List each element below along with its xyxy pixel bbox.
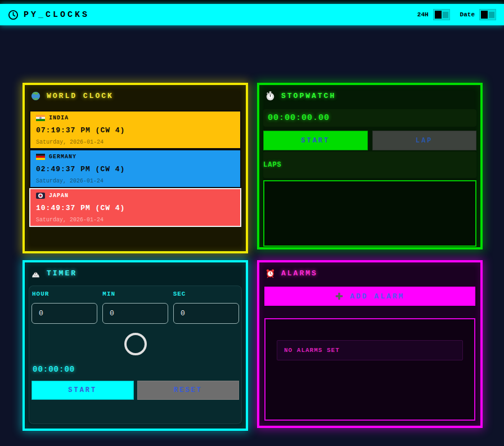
timer-progress-ring <box>124 333 147 355</box>
alarm-clock-icon <box>266 269 275 278</box>
world-clock-header: WORLD CLOCK <box>25 85 246 101</box>
timer-panel: TIMER HOUR MIN SEC 00:00:00 START RESET <box>22 260 248 431</box>
card-top: JAPAN <box>36 193 235 199</box>
timer-inputs <box>32 303 239 324</box>
alarms-header: ALARMS <box>259 262 480 278</box>
stopwatch-buttons: START LAP <box>263 131 476 150</box>
24h-toggle-label: 24H <box>417 11 429 18</box>
min-input[interactable] <box>102 303 168 324</box>
alarm-list: NO ALARMS SET <box>264 318 475 421</box>
card-top: GERMANY <box>36 154 235 160</box>
timer-labels: HOUR MIN SEC <box>32 291 239 297</box>
card-date: Saturday, 2026-01-24 <box>36 139 235 145</box>
min-label: MIN <box>102 291 168 297</box>
add-alarm-button[interactable]: ADD ALARM <box>264 287 475 306</box>
timer-icon <box>31 269 40 278</box>
plus-icon <box>335 292 343 300</box>
stopwatch-header: STOPWATCH <box>259 85 480 101</box>
add-alarm-label: ADD ALARM <box>350 292 404 301</box>
24h-toggle-group: 24H <box>417 9 450 20</box>
card-time: 10:49:37 PM (CW 4) <box>36 204 235 212</box>
card-country: GERMANY <box>49 154 76 160</box>
laps-label: LAPS <box>263 151 476 178</box>
timer-ring-row <box>32 333 239 355</box>
globe-icon <box>31 91 40 101</box>
hour-label: HOUR <box>32 291 97 297</box>
world-clock-title: WORLD CLOCK <box>47 92 114 100</box>
card-top: INDIA <box>36 115 235 121</box>
germany-flag-icon <box>36 154 45 160</box>
date-toggle-label: Date <box>460 11 475 18</box>
stopwatch-display: 00:00:00.00 <box>263 109 476 127</box>
date-toggle-group: Date <box>460 9 496 20</box>
timer-buttons: START RESET <box>32 381 239 400</box>
india-flag-icon <box>36 115 45 121</box>
24h-toggle[interactable] <box>433 9 450 20</box>
world-clock-panel: WORLD CLOCK INDIA 07:19:37 PM (CW 4) Sat… <box>22 83 248 253</box>
stopwatch-start-button[interactable]: START <box>263 131 368 150</box>
top-strip <box>0 0 504 4</box>
stopwatch-title: STOPWATCH <box>281 92 336 100</box>
hour-input[interactable] <box>32 303 97 324</box>
timer-body: HOUR MIN SEC 00:00:00 START RESET <box>29 286 242 424</box>
world-clock-cards: INDIA 07:19:37 PM (CW 4) Saturday, 2026-… <box>29 110 241 227</box>
timer-display: 00:00:00 <box>32 365 239 374</box>
app-title: PY_CLOCKS <box>24 10 89 20</box>
stopwatch-icon <box>266 91 275 101</box>
sec-input[interactable] <box>173 303 239 324</box>
clock-card-india: INDIA 07:19:37 PM (CW 4) Saturday, 2026-… <box>29 110 241 149</box>
card-country: JAPAN <box>49 193 69 199</box>
24h-toggle-dot <box>443 12 448 18</box>
clock-card-germany: GERMANY 02:49:37 PM (CW 4) Saturday, 202… <box>29 149 241 188</box>
alarms-title: ALARMS <box>281 269 318 278</box>
card-date: Saturday, 2026-01-24 <box>36 217 235 223</box>
timer-header: TIMER <box>25 262 246 278</box>
main-grid: WORLD CLOCK INDIA 07:19:37 PM (CW 4) Sat… <box>22 83 483 431</box>
laps-list <box>263 180 476 247</box>
japan-flag-icon <box>36 193 45 199</box>
date-toggle-knob <box>481 11 488 19</box>
stopwatch-panel: STOPWATCH 00:00:00.00 START LAP LAPS <box>257 83 483 249</box>
timer-title: TIMER <box>47 269 77 278</box>
date-toggle-dot <box>489 12 494 18</box>
sec-label: SEC <box>173 291 238 297</box>
date-toggle[interactable] <box>479 9 496 20</box>
card-country: INDIA <box>49 115 69 121</box>
no-alarms-message: NO ALARMS SET <box>277 340 463 360</box>
card-date: Saturday, 2026-01-24 <box>36 178 235 184</box>
clock-card-japan: JAPAN 10:49:37 PM (CW 4) Saturday, 2026-… <box>29 188 241 227</box>
timer-start-button[interactable]: START <box>32 381 134 400</box>
24h-toggle-knob <box>435 11 442 19</box>
card-time: 02:49:37 PM (CW 4) <box>36 165 235 173</box>
app-header: PY_CLOCKS 24H Date <box>0 4 504 25</box>
alarms-panel: ALARMS ADD ALARM NO ALARMS SET <box>257 260 483 428</box>
header-controls: 24H Date <box>417 9 496 20</box>
clock-icon <box>8 10 19 20</box>
card-time: 07:19:37 PM (CW 4) <box>36 126 235 135</box>
timer-reset-button[interactable]: RESET <box>137 381 240 400</box>
stopwatch-lap-button[interactable]: LAP <box>372 131 477 150</box>
